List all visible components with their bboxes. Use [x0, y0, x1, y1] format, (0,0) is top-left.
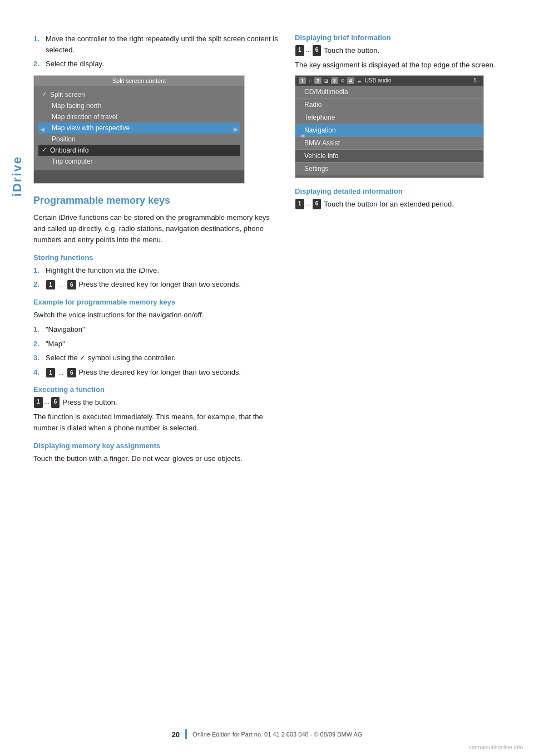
displaying-title: Displaying memory key assignments [33, 441, 278, 450]
page-footer: 20 Online Edition for Part no. 01 41 2 6… [0, 729, 534, 739]
footer-page-num: 20 [172, 730, 180, 739]
brief-key-text: Touch the button. [324, 45, 379, 56]
executing-key-text: Press the button. [62, 397, 117, 408]
usb-text: USB audio [365, 77, 392, 84]
step-num: 4. [33, 367, 43, 378]
executing-title: Executing a function [33, 385, 278, 394]
checkmark-icon: ✓ [42, 91, 47, 98]
menu-item-onboard: ✓ Onboard info [38, 145, 240, 156]
example-step-2: 2. "Map" [33, 338, 278, 350]
screenshot-header: Split screen content [34, 76, 244, 86]
right-screenshot-body: CD/Multimedia Radio Telephone Navigation… [295, 86, 483, 175]
key-badge-brief-1: 1 [295, 45, 304, 56]
watermark: carmanualsonline.info [469, 744, 523, 750]
detailed-title: Displaying detailed information [295, 187, 501, 195]
menu-item-trip: Trip computer [38, 156, 240, 167]
rs-item-radio: Radio [295, 99, 483, 111]
step-num: 3. [33, 352, 43, 364]
nav-arrow-left-icon: ◄ [38, 125, 46, 134]
storing-step-1: 1. Highlight the function via the iDrive… [33, 265, 278, 276]
header-num-4: 4 [347, 77, 354, 84]
menu-label: Split screen [50, 91, 85, 99]
step-num: 1. [33, 324, 43, 335]
key-dots-b: ... [58, 369, 63, 376]
step-num: 2. [33, 279, 43, 290]
menu-label: Trip computer [52, 158, 93, 165]
step-text: "Map" [46, 338, 278, 350]
page-container: iDrive 1. Move the controller to the rig… [0, 0, 534, 756]
key-badge-exec-1: 1 [34, 397, 43, 408]
footer-bar [185, 729, 187, 739]
key-badge-det-1: 1 [295, 199, 304, 210]
menu-label: Map view with perspective [52, 124, 130, 132]
step-num-1: 1. [33, 33, 43, 55]
key-badge-1b: 1 [46, 368, 55, 377]
step-text-1: Move the controller to the right repeate… [46, 33, 278, 55]
rs-item-settings: Settings [295, 163, 483, 175]
rs-item-telephone: Telephone [295, 111, 483, 124]
example-step-4: 4. 1 ... 6 Press the desired key for lon… [33, 367, 278, 378]
intro-step-1: 1. Move the controller to the right repe… [33, 33, 278, 55]
menu-label: Onboard info [50, 146, 88, 154]
header-num-1: 1 [299, 77, 306, 84]
step-num-2: 2. [33, 58, 43, 70]
nav-arrow-icon: ► [232, 125, 240, 134]
right-column: Displaying brief information 1 ... 6 Tou… [289, 33, 501, 468]
example-title: Example for programmable memory keys [33, 298, 278, 306]
menu-item-split-screen: ✓ Split screen [38, 89, 240, 100]
step-text: Highlight the function via the iDrive. [46, 265, 278, 276]
rs-item-navigation: Navigation [295, 124, 483, 137]
menu-item-perspective: Map view with perspective ► [38, 122, 240, 134]
right-screenshot: 1 ♫ 2 ◪ 3 ⚙ 4 ☁ USB audio 5 - CD/Multime… [295, 75, 484, 178]
menu-label: Map direction of travel [52, 113, 117, 121]
step-key-text: Press the desired key for longer than tw… [78, 280, 241, 288]
key-badge-1: 1 [46, 280, 55, 289]
example-step-3: 3. Select the ✓ symbol using the control… [33, 352, 278, 364]
sidebar-label: iDrive [10, 156, 24, 197]
menu-label: Position [52, 135, 76, 143]
key-dots: ... [58, 282, 63, 288]
key-badge-6b: 6 [67, 368, 76, 377]
brief-body: The key assignment is displayed at the t… [295, 60, 501, 71]
programmable-title: Programmable memory keys [33, 195, 278, 207]
step-text: 1 ... 6 Press the desired key for longer… [46, 367, 278, 378]
left-column: 1. Move the controller to the right repe… [33, 33, 289, 468]
detailed-key-text: Touch the button for an extended period. [324, 199, 453, 210]
step-text: 1 ... 6 Press the desired key for longer… [46, 279, 278, 290]
header-num-2: 2 [314, 77, 322, 84]
intro-step-2: 2. Select the display. [33, 58, 278, 70]
rs-item-cd: CD/Multimedia [295, 86, 483, 99]
menu-label: Map facing north [52, 102, 101, 110]
brief-key-line: 1 ... 6 Touch the button. [295, 45, 501, 56]
displaying-body: Touch the button with a finger. Do not w… [33, 453, 278, 464]
header-num-3: 3 [331, 77, 338, 84]
step-text: "Navigation" [46, 324, 278, 335]
split-screen-screenshot: Split screen content ✓ Split screen Map … [33, 75, 245, 184]
step-text-2: Select the display. [46, 58, 278, 70]
key-badge-6: 6 [67, 280, 76, 289]
executing-key-line: 1 ... 6 Press the button. [33, 397, 278, 408]
detailed-key-line: 1 ... 6 Touch the button for an extended… [295, 199, 501, 210]
key-badge-det-6: 6 [313, 199, 322, 210]
intro-steps: 1. Move the controller to the right repe… [33, 33, 278, 70]
checkmark-icon-2: ✓ [42, 146, 47, 154]
key-badge-brief-6: 6 [313, 45, 322, 56]
key-dots-det: ... [306, 199, 311, 210]
example-body: Switch the voice instructions for the na… [33, 310, 278, 321]
step-num: 1. [33, 265, 43, 276]
rs-item-bmw-assist: BMW Assist [295, 137, 483, 150]
programmable-body: Certain iDrive functions can be stored o… [33, 212, 278, 246]
key-dots-brief: ... [306, 45, 311, 56]
example-step-1: 1. "Navigation" [33, 324, 278, 335]
content-area: 1. Move the controller to the right repe… [33, 33, 534, 468]
step-num: 2. [33, 338, 43, 350]
menu-item-position: Position [38, 134, 240, 145]
brief-title: Displaying brief information [295, 33, 501, 42]
right-screenshot-header: 1 ♫ 2 ◪ 3 ⚙ 4 ☁ USB audio 5 - [295, 76, 483, 86]
storing-step-2: 2. 1 ... 6 Press the desired key for lon… [33, 279, 278, 290]
screenshot-menu: ✓ Split screen Map facing north Map dire… [34, 86, 244, 170]
rs-arrow-left-icon: ◄ [299, 131, 306, 140]
rs-item-vehicle-info: Vehicle info [295, 150, 483, 163]
executing-body: The function is executed immediately. Th… [33, 411, 278, 434]
key-dots-exec: ... [44, 397, 50, 408]
